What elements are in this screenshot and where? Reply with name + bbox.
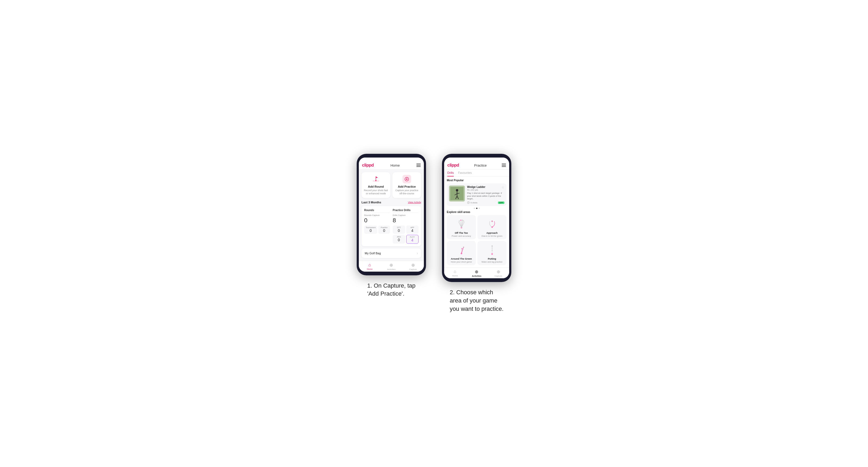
view-activity-link[interactable]: View Activity	[408, 201, 421, 204]
featured-desc: Play 1 shot at each target yardage. If y…	[467, 192, 504, 200]
practice-item: Practice 0	[378, 225, 390, 234]
bottom-nav-2: ⌂ Home ⊕ Activities ⊕ Capture	[444, 267, 509, 278]
add-practice-title: Add Practice	[398, 185, 415, 188]
svg-point-38	[491, 246, 493, 247]
atg-sub: Hone your short game	[451, 261, 472, 263]
svg-point-41	[492, 248, 493, 249]
add-round-icon	[372, 175, 380, 183]
add-round-subtitle: Record your shots fast or enhanced mode	[364, 189, 388, 195]
featured-drill-card[interactable]: Wedge Ladder 50–100 yds Play 1 shot at e…	[447, 183, 506, 206]
skill-approach[interactable]: Approach Dial-in to hit the green	[477, 215, 506, 239]
phone1-frame: clippd Home	[357, 154, 426, 275]
nav-home-1[interactable]: ⌂ Home	[359, 262, 380, 271]
atg-diagram	[455, 243, 468, 256]
nav-home-2[interactable]: ⌂ Home	[444, 269, 466, 277]
app-header-1: clippd Home	[359, 161, 424, 169]
skill-putting[interactable]: Putting Make and lag practice	[477, 241, 506, 265]
svg-point-3	[375, 180, 376, 181]
nav-activities-2[interactable]: ⊕ Activities	[466, 269, 487, 277]
skill-off-the-tee[interactable]: Off The Tee Power and accuracy	[447, 215, 476, 239]
nav-capture-label-1: Capture	[409, 268, 417, 271]
svg-point-5	[406, 179, 408, 180]
featured-info: Wedge Ladder 50–100 yds Play 1 shot at e…	[467, 186, 504, 204]
nav-capture-2[interactable]: ⊕ Capture	[488, 269, 509, 277]
dots-row	[447, 208, 506, 209]
most-popular-label: Most Popular	[447, 179, 506, 182]
my-golf-bag-row[interactable]: My Golf Bag ›	[362, 248, 421, 258]
caption-2-text: 2. Choose whicharea of your gameyou want…	[450, 289, 503, 312]
skill-around-the-green[interactable]: Around The Green Hone your short game	[447, 241, 476, 265]
hamburger-line	[416, 165, 421, 165]
rounds-col: Rounds Rounds Capture 0 Tournament 0	[364, 209, 390, 244]
approach-title: Approach	[486, 231, 497, 234]
app-logo-2: clippd	[447, 163, 459, 168]
dot-2	[476, 208, 477, 209]
phones-row: clippd Home	[357, 154, 511, 313]
hamburger-icon-2[interactable]	[502, 164, 506, 167]
practice-title-header: Practice	[474, 163, 487, 167]
home-icon-1: ⌂	[368, 262, 371, 267]
ott-label: OTT	[394, 226, 404, 228]
ott-title: Off The Tee	[455, 231, 468, 234]
svg-point-35	[461, 248, 463, 249]
skill-grid: Off The Tee Power and accuracy	[447, 215, 506, 265]
home-icon-2: ⌂	[454, 269, 456, 274]
practice-value: 0	[380, 228, 389, 233]
practice-label: Practice	[380, 226, 389, 228]
my-golf-bag-label: My Golf Bag	[365, 252, 381, 255]
drills-col: Practice Drills Drills Capture 8 OTT 0	[393, 209, 418, 244]
add-practice-card[interactable]: Add Practice Capture your practice off-t…	[393, 172, 421, 198]
arg-value: 0	[394, 238, 404, 242]
phone2-screen: clippd Practice Drills Favourites	[444, 158, 509, 278]
explore-label: Explore skill areas	[447, 211, 506, 214]
nav-activities-1[interactable]: ⊕ Activities	[380, 262, 402, 271]
hamburger-line	[502, 165, 506, 165]
featured-yds: 50–100 yds	[467, 189, 504, 191]
svg-point-39	[491, 253, 493, 255]
ott-diagram	[455, 217, 468, 230]
nav-activities-label-2: Activities	[472, 275, 482, 277]
hamburger-line	[502, 164, 506, 164]
star-icon[interactable]: ☆	[501, 186, 504, 189]
activities-icon-2: ⊕	[475, 269, 478, 274]
drills-capture-value: 8	[393, 217, 418, 224]
app-label: APP	[408, 226, 417, 228]
svg-point-26	[459, 220, 460, 221]
approach-sub: Dial-in to hit the green	[482, 235, 502, 237]
most-popular-section: Most Popular	[444, 177, 509, 267]
phone2-frame: clippd Practice Drills Favourites	[442, 154, 511, 282]
hamburger-icon-1[interactable]	[416, 164, 421, 167]
nav-home-label-1: Home	[367, 268, 372, 270]
add-practice-subtitle: Capture your practice off-the-course	[395, 189, 419, 195]
svg-point-36	[462, 249, 463, 250]
tournament-label: Tournament	[366, 226, 376, 228]
add-round-title: Add Round	[368, 185, 383, 188]
bottom-nav-1: ⌂ Home ⊕ Activities ⊕ Capture	[359, 261, 424, 272]
putting-title: Putting	[488, 257, 496, 260]
add-round-card[interactable]: Add Round Record your shots fast or enha…	[362, 172, 390, 198]
svg-point-30	[492, 221, 493, 222]
status-bar-2	[444, 158, 509, 161]
tab-favourites[interactable]: Favourites	[458, 169, 472, 177]
nav-capture-label-2: Capture	[495, 275, 502, 277]
capture-icon-1: ⊕	[411, 262, 415, 268]
rounds-title: Rounds	[364, 209, 390, 213]
drills-title: Practice Drills	[393, 209, 418, 213]
putt-item: PUTT 4	[406, 235, 419, 244]
app-logo-1: clippd	[362, 163, 374, 168]
ott-sub: Power and accuracy	[452, 235, 471, 237]
svg-marker-2	[376, 177, 378, 178]
drills-sub-grid: OTT 0 APP 4 ARG 0	[393, 225, 418, 244]
capture-icon-2: ⊕	[497, 269, 500, 274]
phone2-column: clippd Practice Drills Favourites	[442, 154, 511, 313]
putting-diagram	[486, 243, 499, 256]
app-header-2: clippd Practice	[444, 161, 509, 169]
nav-capture-1[interactable]: ⊕ Capture	[402, 262, 424, 271]
tab-drills[interactable]: Drills	[447, 169, 454, 177]
phone1-column: clippd Home	[357, 154, 426, 298]
practice-content: Most Popular	[444, 177, 509, 267]
caption-1-text: 1. On Capture, tap'Add Practice'.	[367, 282, 415, 297]
atg-title: Around The Green	[451, 257, 472, 260]
drill-image	[449, 186, 465, 201]
app-value: 4	[408, 228, 417, 233]
